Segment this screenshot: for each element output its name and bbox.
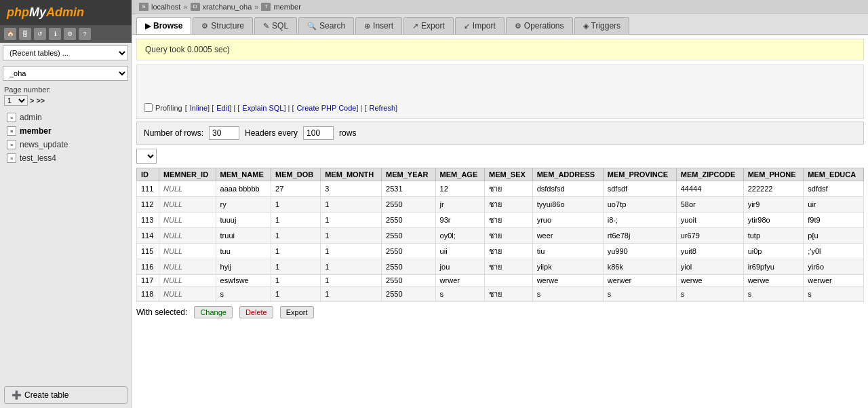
- cell-7: ชาย: [485, 286, 533, 302]
- refresh-sidebar-icon[interactable]: ↺: [34, 28, 46, 40]
- export-tab-icon: ↗: [412, 22, 418, 31]
- null-value: NULL: [163, 216, 182, 224]
- cell-1: NULL: [159, 275, 216, 286]
- sidebar-icons: 🏠 🗄 ↺ ℹ ⚙ ?: [0, 25, 132, 43]
- table-row: 116NULLhyij112550jouชายyiipkk86kyiolir69…: [137, 259, 864, 275]
- cell-2: ry: [216, 197, 271, 212]
- page-last-btn[interactable]: >>: [36, 96, 45, 105]
- cell-4: 1: [321, 197, 382, 212]
- cell-12: s: [804, 286, 864, 302]
- sql-tab-icon: ✎: [263, 22, 269, 31]
- create-table-label: Create table: [24, 390, 68, 400]
- tab-triggers[interactable]: ◈Triggers: [574, 17, 630, 34]
- refresh-link[interactable]: Refresh: [370, 104, 396, 112]
- cell-10: werwe: [676, 275, 743, 286]
- headers-every-input[interactable]: [303, 126, 334, 140]
- sidebar-table-item-admin[interactable]: ≡admin: [0, 111, 132, 124]
- tab-import[interactable]: ↙Import: [455, 17, 505, 34]
- delete-button[interactable]: Delete: [239, 306, 273, 318]
- page-next-btn[interactable]: >: [30, 96, 34, 105]
- page-select[interactable]: 1: [4, 95, 28, 106]
- cell-12: ;'y0l: [804, 244, 864, 259]
- cell-3: 1: [271, 197, 321, 212]
- recent-tables-dropdown[interactable]: (Recent tables) ...: [3, 45, 128, 60]
- sql-tab-label: SQL: [272, 21, 288, 31]
- cell-9: i8-;: [603, 212, 676, 228]
- export-bottom-button[interactable]: Export: [280, 306, 314, 318]
- search-tab-label: Search: [319, 21, 345, 31]
- cell-1: NULL: [159, 259, 216, 275]
- db-icon[interactable]: 🗄: [19, 28, 31, 40]
- edit-link[interactable]: Edit: [216, 104, 229, 112]
- db-bc-icon: D: [191, 3, 200, 11]
- page-number-label: Page number:: [4, 86, 51, 94]
- help-icon[interactable]: ?: [79, 28, 91, 40]
- operations-tab-icon: ⚙: [515, 22, 521, 31]
- logo-php: php: [7, 5, 29, 20]
- cell-12: uir: [804, 197, 864, 212]
- cell-7: ชาย: [485, 197, 533, 212]
- create-table-plus-icon: ➕: [12, 390, 22, 400]
- create-php-link[interactable]: Create PHP Code: [297, 104, 357, 112]
- cell-3: 1: [271, 286, 321, 302]
- col-header-mem_province: MEM_PROVINCE: [603, 168, 676, 181]
- cell-11: ir69pfyu: [743, 259, 804, 275]
- cell-2: eswfswe: [216, 275, 271, 286]
- create-table-button[interactable]: ➕ Create table: [4, 386, 127, 404]
- insert-tab-label: Insert: [373, 21, 393, 31]
- sidebar-table-item-test_less4[interactable]: ≡test_less4: [0, 151, 132, 165]
- tab-operations[interactable]: ⚙Operations: [506, 17, 573, 34]
- cell-11: ytir98o: [743, 212, 804, 228]
- null-value: NULL: [163, 290, 182, 298]
- rows-label: rows: [339, 128, 356, 138]
- tab-insert[interactable]: ⊕Insert: [355, 17, 402, 34]
- inline-link[interactable]: Inline: [190, 104, 208, 112]
- cell-9: werwer: [603, 275, 676, 286]
- breadcrumb-table[interactable]: member: [273, 3, 300, 11]
- logo-area: php My Admin: [0, 0, 132, 25]
- cell-2: tuuuj: [216, 212, 271, 228]
- cell-6: s: [435, 286, 484, 302]
- cell-0: 114: [137, 228, 159, 244]
- tab-search[interactable]: 🔍Search: [298, 17, 354, 34]
- cell-8: s: [532, 286, 603, 302]
- profiling-checkbox[interactable]: [144, 103, 153, 112]
- home-icon[interactable]: 🏠: [4, 28, 16, 40]
- cell-12: sdfdsf: [804, 181, 864, 197]
- number-of-rows-input[interactable]: [209, 126, 239, 140]
- rows-settings: Number of rows: Headers every rows: [136, 122, 864, 145]
- null-value: NULL: [163, 231, 182, 240]
- explain-sql-link[interactable]: Explain SQL: [242, 104, 283, 112]
- tab-export[interactable]: ↗Export: [403, 17, 454, 34]
- cell-8: yruo: [532, 212, 603, 228]
- data-table: IDMEMNER_IDMEM_NAMEMEM_DOBMEM_MONTHMEM_Y…: [136, 168, 864, 302]
- settings-sidebar-icon[interactable]: ⚙: [64, 28, 76, 40]
- query-success-message: Query took 0.0005 sec): [136, 39, 864, 60]
- cell-2: hyij: [216, 259, 271, 275]
- info-icon[interactable]: ℹ: [49, 28, 61, 40]
- tab-browse[interactable]: ▶Browse: [136, 17, 191, 34]
- cell-8: werwe: [532, 275, 603, 286]
- cell-9: uo7tp: [603, 197, 676, 212]
- null-value: NULL: [163, 276, 182, 284]
- tab-sql[interactable]: ✎SQL: [254, 17, 297, 34]
- col-header-mem_month: MEM_MONTH: [321, 168, 382, 181]
- tab-structure[interactable]: ⚙Structure: [193, 17, 253, 34]
- breadcrumb-server[interactable]: localhost: [151, 3, 180, 11]
- table-head: IDMEMNER_IDMEM_NAMEMEM_DOBMEM_MONTHMEM_Y…: [137, 168, 864, 181]
- db-dropdown[interactable]: _oha: [3, 66, 128, 81]
- sidebar-table-item-member[interactable]: ≡member: [0, 124, 132, 138]
- cell-11: s: [743, 286, 804, 302]
- cell-2: tuu: [216, 244, 271, 259]
- change-button[interactable]: Change: [194, 306, 233, 318]
- cell-5: 2550: [382, 259, 436, 275]
- breadcrumb-db[interactable]: xratchanu_oha: [203, 3, 252, 11]
- triggers-tab-icon: ◈: [583, 22, 589, 31]
- sort-select[interactable]: [136, 149, 157, 164]
- import-tab-label: Import: [473, 21, 496, 31]
- cell-5: 2550: [382, 212, 436, 228]
- profiling-bar: Profiling [Inline] [Edit] | [Explain SQL…: [136, 64, 864, 119]
- sidebar-table-item-news_update[interactable]: ≡news_update: [0, 138, 132, 151]
- cell-1: NULL: [159, 197, 216, 212]
- table-icon: ≡: [7, 126, 16, 136]
